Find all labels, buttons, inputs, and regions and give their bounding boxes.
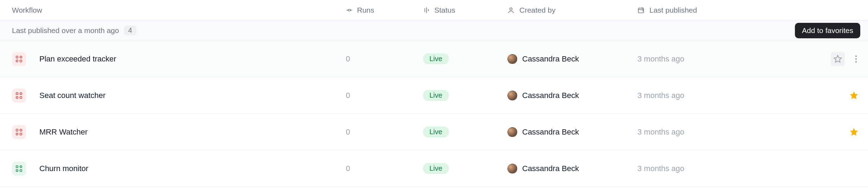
favorite-star-filled-icon[interactable] — [847, 125, 861, 139]
svg-rect-17 — [20, 133, 22, 135]
table-row[interactable]: MRR Watcher0LiveCassandra Beck3 months a… — [0, 114, 868, 150]
column-header-creator[interactable]: Created by — [507, 6, 637, 14]
group-label: Last published over a month ago — [12, 26, 119, 35]
status-icon — [423, 7, 430, 14]
workflow-icon — [12, 162, 26, 176]
user-icon — [507, 7, 514, 14]
svg-rect-10 — [16, 92, 18, 94]
column-runs-label: Runs — [357, 6, 374, 14]
workflow-icon — [12, 125, 26, 139]
creator-name: Cassandra Beck — [522, 54, 579, 64]
last-published: 3 months ago — [637, 164, 684, 173]
workflow-name: MRR Watcher — [39, 128, 88, 137]
workflow-name: Plan exceeded tracker — [39, 54, 116, 64]
calendar-icon — [637, 7, 644, 14]
creator-name: Cassandra Beck — [522, 164, 579, 173]
runs-icon — [346, 7, 353, 14]
favorite-star-filled-icon[interactable] — [847, 89, 861, 103]
runs-value: 0 — [346, 164, 350, 173]
workflow-name: Seat count watcher — [39, 91, 105, 100]
svg-point-7 — [855, 55, 857, 57]
group-count-badge: 4 — [124, 26, 136, 35]
column-creator-label: Created by — [519, 6, 556, 14]
add-to-favorites-tooltip: Add to favorites — [795, 23, 860, 38]
svg-rect-13 — [20, 96, 22, 98]
runs-value: 0 — [346, 128, 350, 137]
avatar — [507, 54, 517, 64]
column-header-last-published[interactable]: Last published — [637, 6, 789, 14]
table-row[interactable]: Plan exceeded tracker0LiveCassandra Beck… — [0, 41, 868, 77]
svg-rect-18 — [16, 165, 18, 168]
svg-point-8 — [855, 58, 857, 59]
workflow-icon — [12, 52, 26, 66]
last-published: 3 months ago — [637, 54, 684, 64]
svg-rect-14 — [16, 129, 18, 131]
svg-rect-6 — [20, 60, 22, 62]
status-badge: Live — [423, 53, 449, 64]
table-row[interactable]: Seat count watcher0LiveCassandra Beck3 m… — [0, 77, 868, 114]
table-header: Workflow Runs Status — [0, 0, 868, 20]
svg-rect-0 — [348, 9, 351, 11]
workflow-icon — [12, 89, 26, 103]
last-published: 3 months ago — [637, 91, 684, 100]
runs-value: 0 — [346, 91, 350, 100]
group-header[interactable]: Last published over a month ago 4 Add to… — [0, 20, 868, 41]
status-badge: Live — [423, 163, 449, 174]
workflow-table: Workflow Runs Status — [0, 0, 868, 187]
svg-rect-16 — [16, 133, 18, 135]
runs-value: 0 — [346, 54, 350, 64]
svg-rect-20 — [16, 169, 18, 171]
status-badge: Live — [423, 90, 449, 101]
svg-rect-21 — [20, 169, 22, 171]
svg-rect-2 — [639, 8, 644, 13]
svg-rect-15 — [20, 129, 22, 131]
workflow-name: Churn monitor — [39, 164, 88, 173]
rows-container: Plan exceeded tracker0LiveCassandra Beck… — [0, 41, 868, 187]
svg-rect-12 — [16, 96, 18, 98]
column-header-workflow[interactable]: Workflow — [12, 6, 346, 14]
svg-rect-4 — [20, 56, 22, 58]
more-options-icon[interactable] — [851, 52, 861, 66]
svg-point-1 — [510, 8, 512, 10]
svg-rect-5 — [16, 60, 18, 62]
avatar — [507, 164, 517, 174]
svg-rect-19 — [20, 165, 22, 168]
column-header-runs[interactable]: Runs — [346, 6, 423, 14]
favorite-star-icon[interactable] — [831, 52, 845, 66]
column-last-published-label: Last published — [649, 6, 697, 14]
creator-name: Cassandra Beck — [522, 128, 579, 137]
svg-rect-3 — [16, 56, 18, 58]
column-workflow-label: Workflow — [12, 6, 42, 14]
status-badge: Live — [423, 126, 449, 137]
svg-point-9 — [855, 61, 857, 62]
last-published: 3 months ago — [637, 128, 684, 137]
avatar — [507, 127, 517, 137]
column-status-label: Status — [434, 6, 455, 14]
avatar — [507, 91, 517, 100]
creator-name: Cassandra Beck — [522, 91, 579, 100]
column-header-status[interactable]: Status — [423, 6, 507, 14]
svg-rect-11 — [20, 92, 22, 94]
table-row[interactable]: Churn monitor0LiveCassandra Beck3 months… — [0, 150, 868, 187]
